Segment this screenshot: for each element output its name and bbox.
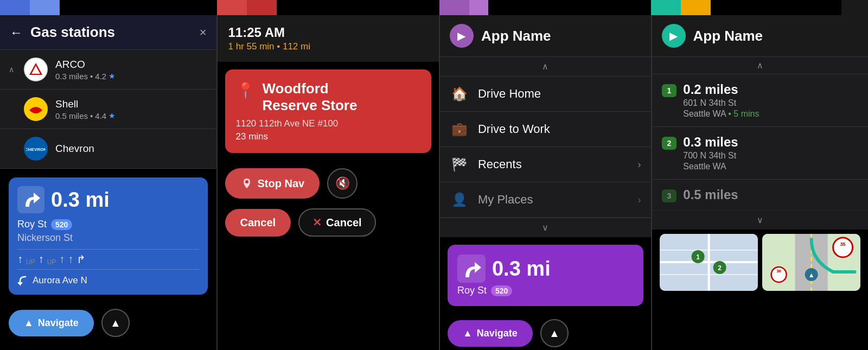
purple-nav-distance: 0.3 mi [492, 257, 551, 281]
svg-text:CHEVRON: CHEVRON [26, 147, 46, 152]
arco-chevron-icon: ∧ [9, 65, 14, 74]
cancel-button-red[interactable]: Cancel [225, 209, 291, 237]
home-icon: 🏠 [450, 86, 469, 101]
purple-nav-top: 0.3 mi [457, 254, 634, 283]
teal-icon-symbol: ▶ [669, 29, 678, 42]
stop-nav-button[interactable]: Stop Nav [225, 168, 320, 199]
panel3-gap [488, 0, 651, 15]
shell-dot: • [90, 111, 93, 120]
shell-meta: 0.5 miles • 4.4 ★ [55, 111, 208, 120]
nav-street-line: Roy St 520 [17, 219, 199, 230]
tbt-item1-info: 0.2 miles 601 N 34th St Seattle WA • 5 m… [683, 82, 759, 119]
tbt-header: ▶ App Name [652, 15, 869, 57]
tbt-num-3: 3 [662, 189, 677, 202]
nav-card-top: 0.3 mi [17, 186, 199, 213]
nav-lanes: ↑ UP ↑ UP ↑ ↑ ↱ [17, 249, 199, 270]
menu-item-drive-work[interactable]: 💼 Drive to Work [440, 112, 651, 147]
tbt-highlight-1: • 5 mins [728, 109, 759, 118]
shell-rating: 4.4 [95, 111, 106, 120]
nav-street1: Roy St [17, 219, 47, 230]
gas-item-arco[interactable]: ∧ ARCO 0.3 miles • 4.2 ★ [0, 50, 216, 90]
dest-name2: Reserve Store [263, 97, 358, 114]
tbt-up-arrow[interactable]: ∧ [652, 57, 869, 74]
mute-button[interactable]: 🔇 [327, 168, 358, 199]
chevron-logo: CHEVRON [24, 137, 48, 161]
compass-button-purple[interactable]: ▲ [540, 319, 569, 347]
current-time: 11:25 AM [228, 25, 428, 40]
tbt-num-2: 2 [662, 137, 677, 150]
panel4-bar2 [681, 0, 711, 15]
tbt-item-2[interactable]: 2 0.3 miles 700 N 34th St Seattle WA [652, 127, 869, 180]
purple-route-badge: 520 [491, 285, 512, 296]
panel1-gap [60, 0, 217, 15]
gas-list: ∧ ARCO 0.3 miles • 4.2 ★ ∧ [0, 50, 216, 169]
cancel-red-label: Cancel [240, 217, 276, 228]
app-icon-teal: ▶ [662, 24, 686, 48]
navigate-button-purple[interactable]: ▲ Navigate [448, 320, 533, 347]
app-header-purple: ▶ App Name [440, 15, 651, 57]
cancel-button-outline[interactable]: ✕ Cancel [298, 208, 376, 237]
gas-item-chevron[interactable]: ∧ CHEVRON Chevron [0, 129, 216, 169]
svg-text:▲: ▲ [808, 271, 814, 279]
tbt-dist-1: 0.2 miles [683, 82, 759, 97]
nav-bottom-street: Aurora Ave N [17, 275, 199, 286]
purple-navigate-label: Navigate [477, 328, 518, 339]
shell-name: Shell [55, 98, 208, 110]
tbt-street1-text1: 601 N 34th St [683, 98, 736, 107]
tbt-item-1[interactable]: 1 0.2 miles 601 N 34th St Seattle WA • 5… [652, 74, 869, 127]
app-name-teal: App Name [693, 28, 763, 44]
cancel-row: Cancel ✕ Cancel [225, 208, 431, 237]
dest-name-block: Woodford Reserve Store [263, 80, 358, 114]
arco-star-icon: ★ [108, 72, 116, 80]
tbt-num-1: 1 [662, 84, 677, 97]
gas-item-shell[interactable]: ∧ Shell 0.5 miles • 4.4 ★ [0, 90, 216, 129]
shell-star-icon: ★ [108, 111, 116, 120]
navigate-button-panel1[interactable]: ▲ Navigate [9, 310, 94, 336]
shell-info: Shell 0.5 miles • 4.4 ★ [55, 98, 208, 120]
lane-up1-icon: ↑ [17, 253, 23, 266]
close-icon[interactable]: × [200, 26, 207, 40]
curve-arrow-icon [17, 275, 28, 286]
places-icon: 👤 [450, 192, 469, 207]
dest-name1: Woodford [263, 80, 358, 97]
arco-logo [24, 58, 48, 81]
arco-distance: 0.3 miles [55, 72, 88, 81]
work-icon: 💼 [450, 122, 469, 137]
dest-address: 1120 112th Ave NE #100 [236, 118, 420, 129]
recents-chevron-icon: › [638, 159, 641, 170]
back-arrow-icon[interactable]: ← [10, 25, 23, 40]
map-thumb-1[interactable]: 1 2 [660, 234, 758, 291]
lane-right-icon: ↱ [76, 253, 86, 266]
lane-up4-icon: ↑ [68, 253, 73, 266]
destination-card: 📍 Woodford Reserve Store 1120 112th Ave … [225, 69, 431, 153]
tbt-item-3[interactable]: 3 0.5 miles [652, 180, 869, 211]
tbt-down-arrow[interactable]: ∨ [652, 211, 869, 230]
navigate-icon: ▲ [24, 317, 34, 329]
panel1-bar2 [30, 0, 60, 15]
tbt-dist-2: 0.3 miles [683, 135, 738, 150]
turn-by-turn-panel: ▶ App Name ∧ 1 0.2 miles 601 N 34th St S… [652, 15, 869, 350]
compass-button-panel1[interactable]: ▲ [101, 309, 130, 337]
purple-street-name: Roy St [457, 285, 487, 296]
purple-turn-arrow-icon [457, 254, 486, 283]
map-row: 1 2 35 [660, 234, 861, 291]
gas-title: Gas stations [30, 24, 115, 41]
chevron-info: Chevron [55, 143, 208, 155]
route-badge: 520 [51, 219, 72, 230]
stop-nav-label: Stop Nav [258, 177, 305, 190]
purple-nav-street: Roy St 520 [457, 285, 634, 296]
menu-item-recents[interactable]: 🏁 Recents › [440, 147, 651, 182]
map-svg-1: 1 2 [660, 234, 758, 291]
menu-item-drive-home[interactable]: 🏠 Drive Home [440, 77, 651, 112]
svg-text:2: 2 [718, 264, 722, 272]
menu-down-arrow[interactable]: ∨ [440, 218, 651, 237]
map-thumb-2[interactable]: 35 ▲ 30 [762, 234, 860, 291]
turn-arrow-icon [17, 186, 44, 213]
tbt-street2-2: Seattle WA [683, 162, 738, 171]
menu-up-arrow[interactable]: ∧ [440, 57, 651, 77]
svg-text:1: 1 [696, 253, 700, 261]
nav-distance: 0.3 mi [51, 188, 110, 212]
tbt-list: ∧ 1 0.2 miles 601 N 34th St Seattle WA •… [652, 57, 869, 230]
chevron-name: Chevron [55, 143, 208, 155]
menu-item-places[interactable]: 👤 My Places › [440, 182, 651, 218]
